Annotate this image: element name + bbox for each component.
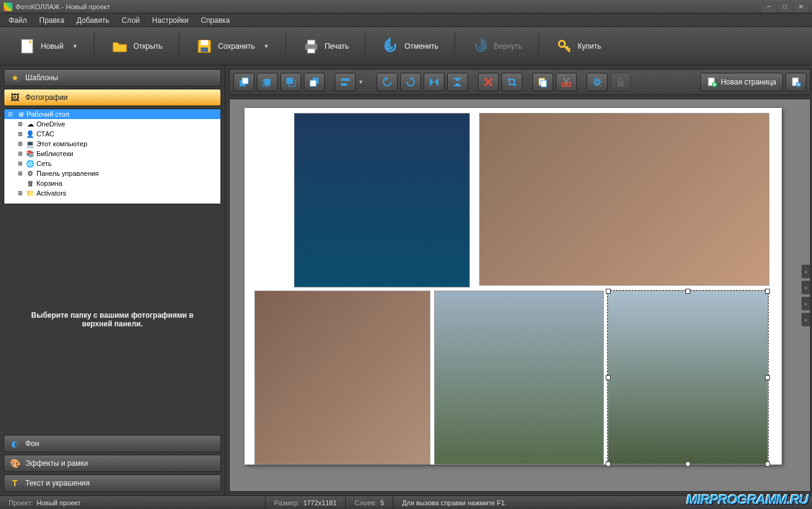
tree-item-label: Рабочий стол (27, 110, 69, 118)
undo-button[interactable]: Отменить (376, 34, 445, 59)
menu-settings[interactable]: Настройки (147, 15, 193, 26)
print-label: Печать (325, 42, 349, 51)
redo-button[interactable]: Вернуть (466, 34, 529, 59)
new-page-button[interactable]: Новая страница (700, 73, 783, 91)
print-button[interactable]: Печать (296, 34, 355, 59)
tree-item[interactable]: ⊞📚Библиотеки (4, 149, 220, 159)
crop-button[interactable] (501, 73, 522, 91)
dropdown-arrow-icon[interactable]: ▼ (358, 79, 367, 85)
open-button[interactable]: Открыть (105, 34, 169, 59)
folder-tree[interactable]: ⊟🖥Рабочий стол⊞☁OneDrive⊞👤СТАС⊞💻Этот ком… (4, 109, 221, 204)
collage-photo[interactable] (434, 291, 604, 465)
floppy-icon (196, 38, 213, 55)
globe-icon: ◐ (9, 438, 20, 449)
svg-rect-26 (541, 80, 546, 87)
bring-front-button[interactable] (233, 73, 254, 91)
menu-help[interactable]: Справка (196, 15, 235, 26)
toolbar-separator (365, 33, 366, 60)
sidebar-text[interactable]: T Текст и украшения (4, 474, 221, 492)
collage-photo[interactable] (479, 113, 769, 286)
new-button[interactable]: Новый ▼ (12, 34, 84, 59)
save-button[interactable]: Сохранить ▼ (190, 34, 275, 59)
rotate-left-button[interactable] (377, 73, 398, 91)
lock-button[interactable] (610, 73, 631, 91)
settings-button[interactable] (587, 73, 608, 91)
tree-item[interactable]: ⊟🖥Рабочий стол (4, 109, 220, 119)
menu-layer[interactable]: Слой (117, 15, 144, 26)
menu-edit[interactable]: Правка (35, 15, 70, 26)
side-tab[interactable]: ‹ (802, 297, 810, 310)
save-label: Сохранить (218, 42, 255, 51)
collage-photo[interactable] (254, 291, 430, 465)
tree-item[interactable]: ⊞📁Activators (4, 188, 220, 198)
tree-expander-icon[interactable]: ⊞ (17, 190, 24, 196)
sidebar-effects[interactable]: 🎨 Эффекты и рамки (4, 455, 221, 472)
window-title: ФотоКОЛЛАЖ - Новый проект (15, 3, 110, 10)
bring-forward-button[interactable] (257, 73, 278, 91)
sidebar-templates[interactable]: ★ Шаблоны (4, 69, 221, 86)
side-tab[interactable]: ‹ (802, 265, 810, 278)
sidebar-text-label: Текст и украшения (25, 479, 90, 487)
tree-node-icon: 🖥 (16, 110, 25, 118)
menu-add[interactable]: Добавить (72, 15, 114, 26)
content-hint: Выберите папку с вашими фотографиями в в… (4, 207, 221, 432)
canvas-page[interactable] (245, 108, 782, 465)
tree-expander-icon[interactable]: ⊞ (17, 141, 24, 147)
align-button[interactable] (335, 73, 356, 91)
tree-expander-icon[interactable]: ⊞ (17, 160, 24, 167)
page-settings-button[interactable] (785, 73, 806, 91)
svg-rect-3 (201, 40, 208, 45)
minimize-button[interactable]: ─ (761, 2, 776, 12)
open-label: Открыть (133, 42, 162, 51)
sidebar-photos[interactable]: 🖼 Фотографии (4, 89, 221, 106)
collage-photo-selected[interactable] (608, 291, 768, 465)
page-plus-icon (707, 77, 717, 87)
svg-rect-30 (617, 81, 624, 86)
tree-expander-icon[interactable]: ⊟ (7, 111, 14, 117)
delete-button[interactable] (478, 73, 499, 91)
new-file-icon (19, 38, 36, 55)
svg-rect-6 (308, 40, 315, 44)
side-tab[interactable]: ‹ (802, 313, 810, 326)
rotate-right-button[interactable] (400, 73, 421, 91)
tree-item[interactable]: ⊞🌐Сеть (4, 159, 220, 168)
sidebar-background[interactable]: ◐ Фон (4, 435, 221, 452)
maximize-button[interactable]: □ (777, 2, 792, 12)
edit-toolbar: ▼ Новая страница (229, 69, 811, 95)
tree-item[interactable]: ⊞💻Этот компьютер (4, 139, 220, 149)
buy-button[interactable]: Купить (550, 34, 608, 59)
tree-item[interactable]: ⊞⚙Панель управления (4, 168, 220, 178)
canvas-viewport[interactable]: ‹ ‹ ‹ ‹ (229, 99, 811, 492)
tree-expander-icon[interactable]: ⊞ (17, 170, 24, 176)
collage-photo[interactable] (294, 113, 470, 288)
menu-file[interactable]: Файл (4, 15, 32, 26)
tree-node-icon: 💻 (26, 139, 35, 148)
printer-icon (303, 38, 320, 55)
tree-item-label: Панель управления (36, 170, 99, 177)
cut-button[interactable] (556, 73, 577, 91)
copy-button[interactable] (532, 73, 553, 91)
toolbar-separator (285, 33, 287, 60)
tree-item-label: Библиотеки (36, 150, 73, 157)
side-tab[interactable]: ‹ (802, 281, 810, 294)
send-back-button[interactable] (304, 73, 325, 91)
send-backward-button[interactable] (280, 73, 301, 91)
tree-item[interactable]: 🗑Корзина (4, 178, 220, 188)
flip-vertical-button[interactable] (447, 73, 468, 91)
tree-expander-icon[interactable]: ⊞ (17, 151, 24, 157)
status-size-value: 1772x1181 (303, 499, 337, 507)
tree-expander-icon[interactable]: ⊞ (17, 121, 24, 127)
sidebar-photos-label: Фотографии (25, 93, 68, 102)
dropdown-arrow-icon: ▼ (72, 43, 78, 49)
tree-item[interactable]: ⊞👤СТАС (4, 129, 220, 139)
tree-node-icon: 👤 (26, 130, 35, 138)
status-project-value: Новый проект (36, 499, 80, 507)
tree-expander-icon[interactable]: ⊞ (17, 131, 24, 137)
status-layers-value: 5 (380, 499, 384, 507)
close-button[interactable]: ✕ (793, 2, 808, 12)
tree-item[interactable]: ⊞☁OneDrive (4, 119, 220, 129)
tree-node-icon: ☁ (26, 120, 35, 128)
flip-horizontal-button[interactable] (424, 73, 445, 91)
toolbar-separator (94, 33, 95, 60)
key-icon (556, 38, 573, 55)
